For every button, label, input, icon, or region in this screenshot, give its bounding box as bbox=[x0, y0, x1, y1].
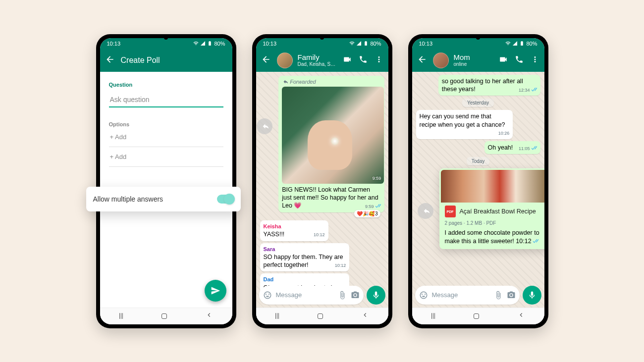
chat-header[interactable]: Mom online bbox=[433, 52, 493, 68]
mic-icon bbox=[528, 291, 537, 300]
status-time: 10:13 bbox=[107, 41, 121, 47]
app-bar: Create Poll bbox=[100, 49, 232, 72]
forward-circle-icon[interactable] bbox=[418, 203, 433, 219]
nav-home[interactable] bbox=[161, 313, 167, 319]
sender-name: Sara bbox=[264, 246, 346, 253]
allow-multiple-toggle[interactable] bbox=[217, 195, 234, 204]
screen-title: Create Poll bbox=[121, 56, 160, 65]
pdf-attachment[interactable]: PDF Açaí Breakfast Bowl Recipe 2 pages ·… bbox=[439, 168, 544, 249]
msg-text: Oh yeah! bbox=[488, 144, 513, 151]
msg-out-top[interactable]: so good talking to her after all these y… bbox=[438, 75, 540, 96]
android-nav-bar bbox=[100, 308, 232, 324]
allow-multiple-card: Allow multiple answers bbox=[86, 187, 241, 211]
msg-text: Hey can you send me that recipe when you… bbox=[420, 113, 505, 128]
attach-icon[interactable] bbox=[494, 291, 503, 300]
wifi-icon bbox=[193, 41, 199, 46]
chat-title: Family bbox=[298, 53, 337, 62]
input-placeholder: Message bbox=[276, 291, 334, 299]
msg-time: 10:12 bbox=[516, 238, 538, 245]
more-icon[interactable] bbox=[375, 55, 383, 66]
nav-recents[interactable] bbox=[275, 313, 279, 319]
battery-icon bbox=[207, 41, 213, 46]
chat-app-bar: Mom online bbox=[412, 49, 544, 72]
add-option-2[interactable]: + Add bbox=[109, 147, 223, 167]
camera-notch bbox=[320, 36, 324, 40]
chat-subtitle: online bbox=[454, 61, 493, 67]
msg-keisha[interactable]: Keisha YASS!!! 10:12 bbox=[260, 220, 328, 241]
battery-pct: 80% bbox=[370, 41, 381, 47]
phone-poll: 10:13 80% Create Poll Question Options +… bbox=[96, 34, 236, 328]
msg-out-ohyeah[interactable]: Oh yeah! 11:05 bbox=[484, 141, 540, 155]
mic-button[interactable] bbox=[523, 286, 541, 305]
phone-family-chat: 10:13 80% Family Dad, Keisha, Sara, Mom,… bbox=[252, 34, 392, 328]
image-attachment[interactable]: 9:59 bbox=[282, 87, 384, 184]
more-icon[interactable] bbox=[531, 55, 539, 66]
pdf-icon: PDF bbox=[445, 206, 456, 217]
nav-back[interactable] bbox=[518, 311, 525, 320]
video-call-icon[interactable] bbox=[343, 55, 352, 66]
question-label: Question bbox=[109, 82, 223, 88]
signal-icon bbox=[356, 41, 362, 46]
reactions-pill[interactable]: ❤️🎉🥰 3 bbox=[354, 210, 380, 217]
battery-icon bbox=[519, 41, 525, 46]
nav-home[interactable] bbox=[474, 313, 479, 319]
back-icon[interactable] bbox=[105, 54, 115, 66]
question-input[interactable] bbox=[109, 93, 223, 107]
chat-title: Mom bbox=[454, 53, 493, 62]
nav-home[interactable] bbox=[318, 313, 323, 319]
chat-subtitle: Dad, Keisha, Sara, Mom,… bbox=[298, 61, 337, 67]
msg-time: 11:05 bbox=[519, 146, 537, 152]
pdf-meta: 2 pages · 1.2 MB · PDF bbox=[441, 220, 544, 228]
input-placeholder: Message bbox=[432, 291, 490, 299]
camera-icon[interactable] bbox=[351, 291, 360, 300]
chat-header[interactable]: Family Dad, Keisha, Sara, Mom,… bbox=[277, 52, 337, 68]
forward-circle-icon[interactable] bbox=[257, 118, 272, 134]
status-time: 10:13 bbox=[263, 41, 277, 47]
message-input[interactable]: Message bbox=[259, 286, 364, 305]
voice-call-icon[interactable] bbox=[515, 55, 524, 66]
contact-avatar bbox=[433, 52, 449, 68]
group-avatar bbox=[277, 52, 293, 68]
attach-icon[interactable] bbox=[338, 291, 347, 300]
camera-notch bbox=[164, 36, 168, 40]
back-icon[interactable] bbox=[417, 54, 427, 66]
nav-recents[interactable] bbox=[119, 313, 123, 319]
msg-time: 10:12 bbox=[314, 232, 325, 238]
pdf-caption: I added some chocolate powder to make th… bbox=[441, 228, 544, 248]
msg-time: 10:12 bbox=[335, 263, 346, 269]
voice-call-icon[interactable] bbox=[359, 55, 368, 66]
sender-name: Dad bbox=[264, 276, 346, 283]
chat-input-bar: Message bbox=[259, 286, 385, 305]
signal-icon bbox=[512, 41, 518, 46]
wifi-icon bbox=[349, 41, 355, 46]
video-call-icon[interactable] bbox=[499, 55, 508, 66]
camera-icon[interactable] bbox=[507, 291, 516, 300]
msg-sara[interactable]: Sara SO happy for them. They are perfect… bbox=[260, 243, 350, 272]
msg-image-out[interactable]: Forwarded 9:59 BIG NEWS!! Look what Carm… bbox=[278, 76, 384, 212]
forward-icon bbox=[282, 79, 288, 85]
msg-in-recipe-ask[interactable]: Hey can you send me that recipe when you… bbox=[416, 110, 513, 139]
msg-text: so good talking to her after all these y… bbox=[442, 78, 523, 93]
add-option-1[interactable]: + Add bbox=[109, 127, 223, 147]
send-poll-button[interactable] bbox=[205, 280, 226, 302]
emoji-icon[interactable] bbox=[419, 291, 428, 300]
msg-text: SO happy for them. They are perfect toge… bbox=[264, 254, 343, 268]
msg-time: 12:34 bbox=[519, 87, 537, 94]
chat-app-bar: Family Dad, Keisha, Sara, Mom,… bbox=[256, 49, 388, 72]
forwarded-label: Forwarded bbox=[282, 78, 380, 85]
chat-body: Forwarded 9:59 BIG NEWS!! Look what Carm… bbox=[256, 72, 388, 308]
nav-back[interactable] bbox=[362, 311, 369, 320]
message-input[interactable]: Message bbox=[415, 286, 520, 305]
phone-mom-chat: 10:13 80% Mom online bbox=[408, 34, 548, 328]
battery-icon bbox=[363, 41, 369, 46]
emoji-icon[interactable] bbox=[263, 291, 272, 300]
nav-back[interactable] bbox=[206, 311, 213, 320]
chat-body: so good talking to her after all these y… bbox=[412, 72, 544, 308]
battery-pct: 80% bbox=[214, 41, 225, 47]
back-icon[interactable] bbox=[261, 54, 271, 66]
nav-recents[interactable] bbox=[431, 313, 435, 319]
status-bar: 10:13 80% bbox=[256, 38, 388, 49]
mic-button[interactable] bbox=[367, 286, 385, 305]
status-bar: 10:13 80% bbox=[412, 38, 544, 49]
android-nav-bar bbox=[412, 308, 544, 324]
